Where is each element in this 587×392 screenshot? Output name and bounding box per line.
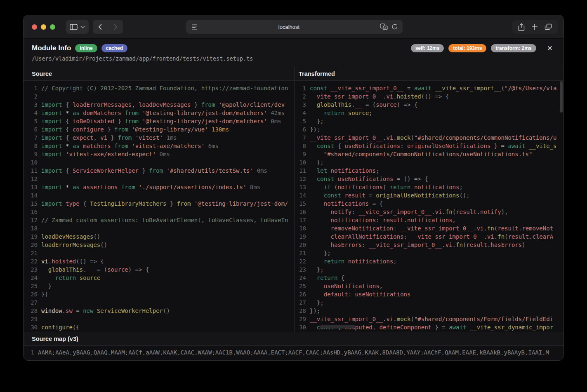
- line-content: }): [41, 290, 48, 298]
- close-icon[interactable]: ✕: [545, 45, 555, 52]
- line-number: 10: [24, 158, 38, 167]
- line-number: 1: [24, 84, 38, 92]
- line-number: 1: [295, 84, 306, 92]
- line-number: 17: [295, 216, 306, 224]
- share-button[interactable]: [516, 21, 526, 33]
- line-number: 26: [24, 290, 38, 298]
- code-line: 11import { ServiceWorkerHelper } from '#…: [24, 167, 294, 175]
- line-number: 6: [295, 125, 306, 134]
- code-line: 16 notify: __vite_ssr_import_0__.vi.fn(r…: [295, 208, 563, 216]
- line-content: import { loadErrorMessages, loadDevMessa…: [41, 101, 285, 109]
- line-number: 27: [24, 298, 38, 307]
- line-number: 29: [24, 315, 38, 323]
- sidebar-toggle-button[interactable]: [66, 20, 89, 34]
- line-number: 23: [295, 265, 306, 274]
- sourcemap-code[interactable]: 1AAMA;AAeA,yBAAG,QAAQ,MAAM;AACf,aAAW,KAA…: [24, 346, 563, 357]
- minimize-window-button[interactable]: [41, 24, 46, 30]
- line-content: import 'vitest-axe/extend-expect' 0ms: [41, 150, 170, 158]
- new-tab-button[interactable]: [530, 22, 540, 32]
- code-line: 9 "#shared/components/CommonNotification…: [295, 150, 563, 158]
- url-text: localhost: [198, 24, 380, 30]
- code-line: 15import type { TestingLibraryMatchers }…: [24, 200, 294, 208]
- forward-button[interactable]: [108, 20, 123, 34]
- close-window-button[interactable]: [32, 24, 37, 30]
- reader-icon[interactable]: [191, 24, 198, 30]
- module-path: /Users/vladimir/Projects/zammad/app/fron…: [32, 55, 555, 62]
- line-number: 10: [295, 158, 306, 167]
- vertical-scrollbar[interactable]: [560, 81, 563, 113]
- back-button[interactable]: [93, 20, 108, 34]
- code-line: 6import { configure } from '@testing-lib…: [24, 125, 294, 134]
- line-number: 25: [24, 282, 38, 290]
- transformed-code[interactable]: 1const __vite_ssr_import_0__ = await __v…: [295, 81, 563, 332]
- line-number: 5: [295, 117, 306, 125]
- zoom-window-button[interactable]: [50, 24, 55, 30]
- source-code[interactable]: 1// Copyright (C) 2012-2025 Zammad Found…: [24, 81, 294, 332]
- code-line: 4 return source;: [295, 109, 563, 117]
- code-line: 15 notifications = {: [295, 200, 563, 208]
- toolbar-right-buttons: [512, 20, 558, 34]
- line-number: 3: [24, 101, 38, 109]
- line-number: 16: [24, 208, 38, 216]
- code-line: 18 removeNotification: __vite_ssr_import…: [295, 224, 563, 232]
- translate-icon[interactable]: A: [380, 23, 388, 30]
- line-number: 15: [24, 200, 38, 208]
- line-content: default: useNotifications: [310, 290, 410, 298]
- line-number: 15: [295, 200, 306, 208]
- timing-transform: transform: 2ms: [491, 44, 536, 52]
- source-pane-title: Source: [32, 70, 52, 77]
- code-line: 18: [24, 224, 294, 232]
- code-line: 17// Zammad custom assertions: toBeAvata…: [24, 216, 294, 224]
- code-line: 24 return {: [295, 274, 563, 282]
- line-content: import * as matchers from 'vitest-axe/ma…: [41, 142, 219, 150]
- code-line: 2__vite_ssr_import_0__.vi.hoisted(() => …: [295, 92, 563, 101]
- code-line: 5import { toBeDisabled } from '@testing-…: [24, 117, 294, 125]
- horizontal-scrollbar[interactable]: [320, 325, 355, 329]
- line-number: 9: [24, 150, 38, 158]
- line-content: import { ServiceWorkerHelper } from '#sh…: [41, 167, 267, 175]
- line-content: notifications: result.notifications,: [310, 216, 456, 224]
- line-content: loadErrorMessages(): [41, 241, 107, 249]
- transformed-pane-title: Transformed: [299, 70, 335, 77]
- module-info-header: Module Info inlinecached self: 12mstotal…: [24, 39, 563, 67]
- line-content: configure({: [41, 323, 80, 331]
- line-number: 12: [295, 175, 306, 183]
- code-line: 14 const result = originalUseNotificatio…: [295, 191, 563, 200]
- nav-buttons: [93, 20, 123, 34]
- desktop-background: localhost A: [0, 0, 587, 392]
- source-pane-header: Source: [24, 67, 294, 81]
- sourcemap-title: Source map (v3): [32, 336, 78, 342]
- line-content: };: [310, 265, 324, 274]
- line-content: import * as assertions from './support/a…: [41, 183, 260, 191]
- line-content: return source;: [310, 109, 372, 117]
- code-line: 13 if (notifications) return notificatio…: [295, 183, 563, 191]
- line-number: 13: [24, 183, 38, 191]
- line-content: import { toBeDisabled } from '@testing-l…: [41, 117, 281, 125]
- line-content: if (notifications) return notifications;: [310, 183, 463, 191]
- code-line: 5 };: [295, 117, 563, 125]
- address-bar[interactable]: localhost A: [186, 20, 403, 34]
- code-line: 28window.sw = new ServiceWorkerHelper(): [24, 307, 294, 315]
- line-number: 18: [295, 224, 306, 232]
- reload-icon[interactable]: [391, 23, 398, 30]
- line-content: let notifications;: [310, 167, 380, 175]
- line-number: 11: [295, 167, 306, 175]
- code-line: 14: [24, 191, 294, 200]
- tab-overview-button[interactable]: [543, 22, 554, 32]
- code-line: 19loadDevMessages(): [24, 232, 294, 241]
- page-title: Module Info: [32, 44, 71, 52]
- line-number: 9: [295, 150, 306, 158]
- code-line: 7import { expect, vi } from 'vitest' 1ms: [24, 134, 294, 142]
- timing-badges: self: 12mstotal: 193mstransform: 2ms: [411, 44, 536, 52]
- code-line: 3 globalThis.__ = (source) => {: [295, 101, 563, 109]
- line-content: __vite_ssr_import_0__.vi.mock("#shared/c…: [310, 134, 556, 142]
- line-content: globalThis.__ = (source) => {: [41, 265, 149, 274]
- line-content: // Copyright (C) 2012-2025 Zammad Founda…: [41, 84, 288, 92]
- code-line: 29: [24, 315, 294, 323]
- line-content: return {: [310, 274, 344, 282]
- line-content: import { expect, vi } from 'vitest' 1ms: [41, 134, 177, 142]
- code-line: 20loadErrorMessages(): [24, 241, 294, 249]
- code-line: 4import * as domMatchers from '@testing-…: [24, 109, 294, 117]
- line-number: 14: [24, 191, 38, 200]
- code-line: 26}): [24, 290, 294, 298]
